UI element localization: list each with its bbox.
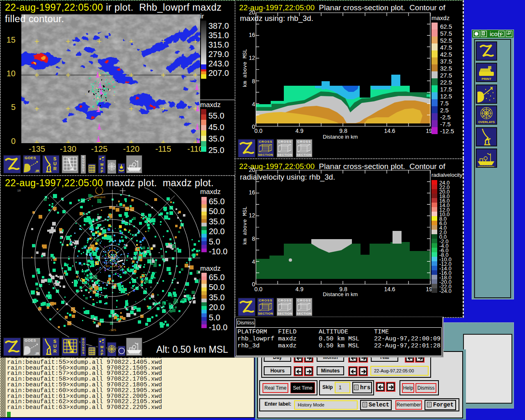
svg-text:10: 10	[17, 189, 21, 192]
svg-text:R: R	[53, 166, 57, 171]
svg-text:-125: -125	[108, 328, 116, 332]
svg-text:S: S	[53, 156, 56, 161]
svg-text:S: S	[53, 339, 56, 344]
svg-text:R: R	[53, 349, 57, 354]
svg-text:U: U	[53, 161, 57, 166]
svg-text:who=ext: who=ext	[94, 196, 105, 199]
svg-text:PRINT: PRINT	[482, 77, 491, 81]
svg-text:U: U	[53, 344, 57, 349]
svg-text:b=-125-8: b=-125-8	[106, 264, 122, 268]
svg-text:OVERLAYS: OVERLAYS	[478, 120, 495, 124]
